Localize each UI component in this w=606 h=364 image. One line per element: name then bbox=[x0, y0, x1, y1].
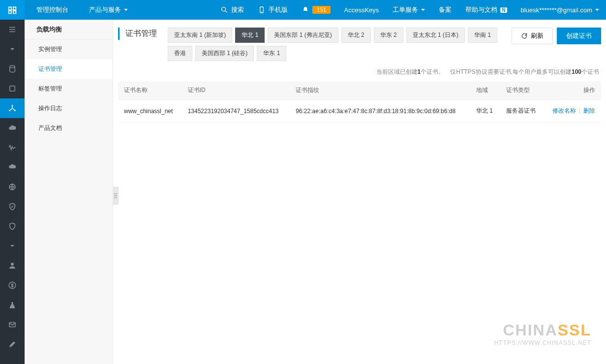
caret-down-icon bbox=[10, 48, 14, 50]
svg-rect-5 bbox=[10, 86, 15, 91]
flask-icon bbox=[8, 301, 17, 309]
delete-link[interactable]: 删除 bbox=[583, 107, 595, 114]
hint-text: 当前区域已创建1个证书。 仅HTTPS协议需要证书,每个用户最多可以创建100个… bbox=[118, 61, 601, 81]
region-tab[interactable]: 华东 2 bbox=[374, 28, 403, 43]
new-badge: N bbox=[500, 7, 507, 13]
top-header: 管理控制台 产品与服务 搜索 手机版 151 AccessKeys 工单服务 备… bbox=[0, 0, 606, 20]
svg-point-4 bbox=[10, 65, 15, 68]
tickets-menu[interactable]: 工单服务 bbox=[386, 0, 432, 20]
certificates-table: 证书名称 证书ID 证书指纹 地域 证书类型 操作 www_chinassl_n… bbox=[118, 81, 601, 122]
rename-link[interactable]: 修改名称 bbox=[552, 107, 576, 114]
user-menu[interactable]: bluesk*******@gmail.com bbox=[514, 0, 606, 20]
rail-menu-toggle[interactable] bbox=[0, 20, 25, 39]
cell-ops: 修改名称|删除 bbox=[544, 100, 601, 122]
bell-icon bbox=[302, 6, 309, 14]
rail-item-compute[interactable] bbox=[0, 79, 25, 98]
search-label: 搜索 bbox=[231, 5, 244, 14]
region-tab[interactable]: 华东 1 bbox=[257, 46, 286, 61]
region-tab[interactable]: 亚太东北 1 (日本) bbox=[406, 28, 465, 43]
table-header-row: 证书名称 证书ID 证书指纹 地域 证书类型 操作 bbox=[118, 81, 601, 100]
action-buttons: 刷新 创建证书 bbox=[512, 28, 601, 44]
pencil-icon bbox=[8, 340, 17, 349]
shield-icon bbox=[8, 222, 17, 231]
help-menu[interactable]: 帮助与文档 N bbox=[458, 0, 514, 20]
sidebar-item[interactable]: 证书管理 bbox=[25, 59, 113, 79]
rail-item-storage[interactable] bbox=[0, 157, 25, 177]
accesskeys-link[interactable]: AccessKeys bbox=[337, 0, 386, 20]
rail-item-monitor[interactable] bbox=[0, 138, 25, 157]
mobile-label: 手机版 bbox=[269, 5, 288, 14]
database-icon bbox=[8, 64, 17, 73]
sidebar-item[interactable]: 操作日志 bbox=[25, 98, 113, 118]
globe-icon bbox=[8, 182, 17, 191]
col-region: 地域 bbox=[470, 81, 500, 100]
region-tabs: 亚太东南 1 (新加坡)华北 1美国东部 1 (弗吉尼亚)华北 2华东 2亚太东… bbox=[168, 28, 507, 61]
console-label: 管理控制台 bbox=[25, 5, 80, 14]
side-panel-title: 负载均衡 bbox=[25, 20, 113, 39]
refresh-label: 刷新 bbox=[531, 31, 544, 40]
products-label: 产品与服务 bbox=[89, 5, 121, 14]
rail-item-cloud[interactable] bbox=[0, 118, 25, 138]
beian-link[interactable]: 备案 bbox=[432, 0, 458, 20]
region-tab[interactable]: 美国西部 1 (硅谷) bbox=[195, 46, 254, 61]
page-title: 证书管理 bbox=[118, 28, 163, 40]
network-icon bbox=[8, 104, 17, 113]
mobile-button[interactable]: 手机版 bbox=[251, 0, 295, 20]
rail-item-db[interactable] bbox=[0, 59, 25, 79]
refresh-button[interactable]: 刷新 bbox=[512, 28, 553, 44]
cell-id: 1345223192034747_1585cdcc413 bbox=[182, 100, 290, 122]
help-label: 帮助与文档 bbox=[465, 5, 497, 14]
rail-expand-2[interactable] bbox=[0, 236, 25, 256]
rail-item-billing[interactable] bbox=[0, 275, 25, 295]
col-ops: 操作 bbox=[544, 81, 601, 100]
region-tab[interactable]: 华北 2 bbox=[341, 28, 371, 43]
rail-item-edit[interactable] bbox=[0, 334, 25, 354]
rail-item-globe[interactable] bbox=[0, 177, 25, 197]
rail-item-flask[interactable] bbox=[0, 295, 25, 315]
rail-item-security[interactable] bbox=[0, 216, 25, 236]
brand-logo[interactable] bbox=[0, 0, 25, 20]
refresh-icon bbox=[521, 32, 528, 39]
cell-name: www_chinassl_net bbox=[118, 100, 182, 122]
caret-down-icon bbox=[10, 245, 14, 247]
create-cert-button[interactable]: 创建证书 bbox=[557, 28, 601, 44]
sidebar-item[interactable]: 标签管理 bbox=[25, 79, 113, 98]
rail-item-shield[interactable] bbox=[0, 197, 25, 216]
rail-item-mail[interactable] bbox=[0, 315, 25, 334]
mobile-icon bbox=[258, 6, 266, 14]
caret-down-icon bbox=[421, 9, 425, 11]
menu-icon bbox=[8, 25, 17, 34]
cell-region: 华北 1 bbox=[470, 100, 500, 122]
caret-down-icon bbox=[595, 9, 599, 11]
sidebar-item[interactable]: 产品文档 bbox=[25, 118, 113, 138]
rail-item-user[interactable] bbox=[0, 256, 25, 275]
region-tab[interactable]: 华南 1 bbox=[468, 28, 497, 43]
rail-item-slb[interactable] bbox=[0, 98, 25, 118]
cloud-down-icon bbox=[8, 163, 17, 172]
user-icon bbox=[8, 261, 17, 270]
cell-type: 服务器证书 bbox=[500, 100, 544, 122]
sidebar-item[interactable]: 实例管理 bbox=[25, 39, 113, 59]
caret-down-icon bbox=[124, 9, 128, 11]
search-button[interactable]: 搜索 bbox=[213, 0, 251, 20]
notification-count: 151 bbox=[312, 6, 330, 14]
yen-icon bbox=[8, 281, 17, 290]
rail-expand-1[interactable] bbox=[0, 39, 25, 59]
shield-check-icon bbox=[8, 202, 17, 211]
side-panel: 负载均衡 实例管理证书管理标签管理操作日志产品文档 bbox=[25, 20, 113, 364]
region-tab[interactable]: 香港 bbox=[168, 46, 192, 61]
table-row: www_chinassl_net1345223192034747_1585cdc… bbox=[118, 100, 601, 122]
wave-icon bbox=[8, 143, 17, 152]
page-header-row: 证书管理 亚太东南 1 (新加坡)华北 1美国东部 1 (弗吉尼亚)华北 2华东… bbox=[118, 28, 601, 61]
notifications-button[interactable]: 151 bbox=[295, 0, 337, 20]
svg-line-1 bbox=[225, 11, 227, 12]
products-menu[interactable]: 产品与服务 bbox=[80, 5, 137, 14]
server-icon bbox=[8, 84, 17, 93]
user-label: bluesk*******@gmail.com bbox=[521, 6, 592, 14]
search-icon bbox=[220, 6, 228, 14]
region-tab[interactable]: 美国东部 1 (弗吉尼亚) bbox=[268, 28, 338, 43]
region-tab[interactable]: 亚太东南 1 (新加坡) bbox=[168, 28, 232, 43]
svg-point-0 bbox=[222, 7, 226, 11]
col-id: 证书ID bbox=[182, 81, 290, 100]
region-tab[interactable]: 华北 1 bbox=[235, 28, 265, 43]
